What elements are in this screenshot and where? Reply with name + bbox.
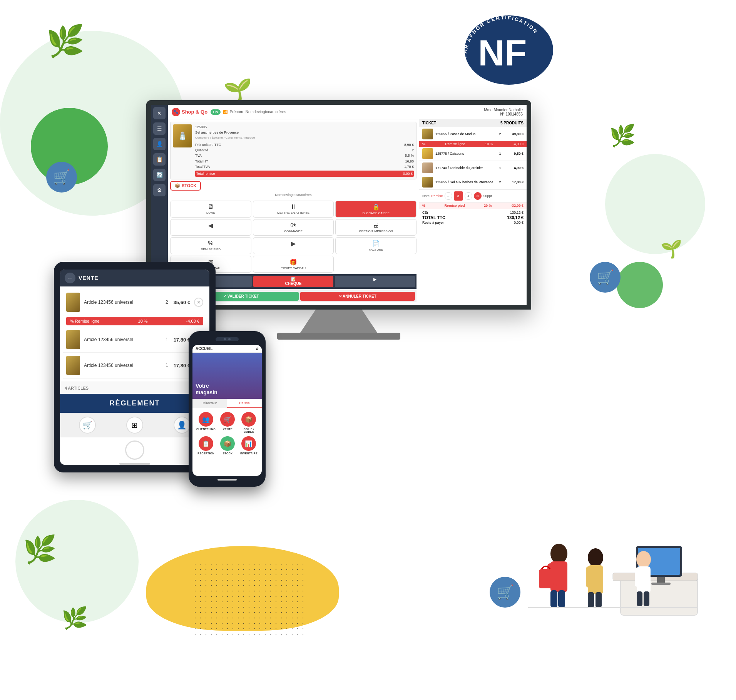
tablet-reglement-button[interactable]: RÈGLEMENT	[60, 394, 209, 413]
pos-product-id: 125995	[195, 124, 414, 130]
basket-icon-1: 🛒	[46, 162, 77, 193]
action-nav-right[interactable]: ▶	[253, 237, 334, 254]
impression-icon: 🖨	[373, 222, 379, 229]
action-dlvis[interactable]: 🖥 DLVIS	[170, 201, 251, 218]
tablet-nav: 🛒 ⊞ 👤	[60, 413, 209, 437]
tablet-item-qty-2: 1	[166, 337, 168, 342]
pos-total-tva-label: Total TVA	[195, 164, 210, 169]
tablet-item-remove-1[interactable]: ✕	[194, 298, 203, 307]
tablet-remise-amount: -4,00 €	[186, 319, 199, 323]
reception-label: RÉCEPTION	[197, 452, 214, 455]
action-commande[interactable]: 🛍 COMMANDE	[253, 219, 334, 236]
item-image-3	[422, 162, 433, 173]
annuler-ticket-button[interactable]: ✕ ANNULER TICKET	[300, 292, 415, 301]
pos-user-name: Nomdevingtocaractères	[246, 110, 286, 114]
inventaire-label: INVENTAIRE	[240, 452, 258, 455]
tablet-nav-cart[interactable]: 🛒	[79, 417, 96, 434]
tablet-articles-count: 4 ARTICLES	[65, 386, 89, 390]
svg-rect-7	[657, 577, 665, 583]
tablet-back-button[interactable]: ←	[65, 273, 75, 283]
qty-increase-button[interactable]: +	[465, 192, 472, 200]
item-image-1	[422, 129, 433, 139]
item-qty-3: 1	[496, 166, 504, 170]
ticket-title: TICKET	[422, 121, 436, 125]
item-image-4	[422, 177, 433, 188]
tablet-nav-user[interactable]: 👤	[174, 417, 191, 434]
action-gestion-impression[interactable]: 🖨 GESTION IMPRESSION	[335, 219, 417, 236]
action-remise-pied[interactable]: % REMISE PIED	[170, 237, 251, 254]
app-icon-clienteling[interactable]: 👥 CLIENTELING	[196, 412, 216, 433]
smartphone-store-text: Votremagasin	[192, 380, 221, 399]
smartphone-settings-icon[interactable]: ⚙	[256, 347, 259, 351]
action-mettre-en-attente[interactable]: ⏸ METTRE EN ATTENTE	[253, 201, 334, 218]
pos-status-toggle[interactable]: ON	[211, 109, 221, 115]
dlvis-icon: 🖥	[207, 203, 214, 210]
blocage-icon: 🔒	[372, 203, 380, 211]
smartphone-tab-caisse[interactable]: Caisse	[227, 399, 262, 408]
pos-client-name: Mme Mounier Nathalie	[484, 108, 523, 112]
pos-remise-pied: % Remise pied 20 % -32,09 €	[419, 202, 527, 209]
tablet-nav-grid[interactable]: ⊞	[126, 417, 143, 434]
sidebar-icon-1[interactable]: ☰	[153, 122, 166, 135]
tablet-items: Article 123456 universel 2 35,60 € ✕ % R…	[60, 286, 209, 382]
app-icon-stock[interactable]: 📦 STOCK	[219, 436, 237, 455]
remise-btn-label[interactable]: Remise	[431, 194, 443, 198]
svg-text:NF: NF	[478, 32, 527, 73]
camera-lens	[228, 338, 231, 340]
stock-button[interactable]: 📦 STOCK	[170, 181, 201, 191]
pos-product-pricing: Prix unitaire TTC 8,90 €	[195, 142, 414, 147]
plant-right-top: 🌿	[609, 123, 636, 148]
remise-pct: 10 %	[485, 142, 493, 146]
pos-price-label: Prix unitaire TTC	[195, 142, 221, 147]
sidebar-close-icon[interactable]: ✕	[153, 107, 166, 119]
tablet-item-3: Article 123456 universel 1 17,80 € ✕	[63, 353, 206, 378]
sidebar-icon-2[interactable]: 👤	[153, 138, 166, 150]
action-nav-left[interactable]: ◀	[170, 219, 251, 236]
reste-payer-value: 0,00 €	[514, 221, 524, 224]
app-icon-vente[interactable]: 🛒 VENTE	[219, 412, 237, 433]
remise-pied-label: Remise pied	[444, 204, 465, 208]
stock-icon: 📦	[220, 436, 235, 451]
tablet-header: ← VENTE	[60, 270, 209, 286]
colis-icon: 📦	[241, 412, 256, 427]
pos-main: 🐾 Shop & Qo ON 📶 Prénom Nomdevingtocarac…	[168, 105, 527, 305]
action-ticket-cadeau[interactable]: 🎁 TICKET CADEAU	[253, 256, 334, 273]
bg-blob-right	[605, 154, 705, 254]
action-facture[interactable]: 📄 FACTURE	[335, 237, 417, 254]
remise-amount: -4,00 €	[513, 142, 524, 146]
sidebar-icon-3[interactable]: 📋	[153, 153, 166, 166]
sidebar-icon-5[interactable]: ⚙	[153, 184, 166, 196]
svg-rect-21	[595, 592, 602, 608]
smartphone-frame: ACCUEIL ⚙ Votremagasin Directeur Caisse …	[189, 331, 266, 487]
ticket-item-4: 125655 / Sel aux herbes de Provence 2 17…	[419, 175, 527, 189]
plant-top-left: 🌿	[46, 23, 85, 59]
remise-pied-amount: -32,09 €	[511, 204, 524, 208]
app-icon-colis[interactable]: 📦 COLIS /CODES	[240, 412, 258, 433]
item-price-1: 39,80 €	[506, 132, 524, 136]
smartphone-tab-directeur[interactable]: Directeur	[192, 399, 227, 408]
payment-nav-right[interactable]: ▶	[335, 276, 415, 287]
item-name-4: 125655 / Sel aux herbes de Provence	[435, 180, 494, 184]
tablet-item-img-1	[66, 293, 80, 312]
tablet-item-img-3	[66, 356, 80, 375]
app-icon-inventaire[interactable]: 📊 INVENTAIRE	[240, 436, 258, 455]
nf-certification-badge: PAR AFNOR CERTIFICATION NF	[451, 12, 551, 89]
app-icon-reception[interactable]: 📋 RÉCEPTION	[196, 436, 216, 455]
pos-total-ht-row: Total HT 16,90	[195, 159, 414, 164]
tablet-home-button[interactable]	[125, 440, 144, 460]
svg-rect-27	[644, 591, 649, 606]
pos-header: 🐾 Shop & Qo ON 📶 Prénom Nomdevingtocarac…	[168, 105, 527, 119]
pos-tva-row: TVA 5.5 %	[195, 153, 414, 158]
smartphone-app-grid: 👥 CLIENTELING 🛒 VENTE 📦 COLIS /CODES 📋 R…	[192, 408, 262, 459]
tablet-item-2: Article 123456 universel 1 17,80 € ✕	[63, 327, 206, 353]
qty-delete-button[interactable]: ✕	[474, 192, 482, 200]
action-blocage-caisse[interactable]: 🔒 BLOCAGE CAISSE	[335, 201, 417, 218]
pos-ticket-panel: TICKET 5 PRODUITS 125655 / Pastis de Mar…	[419, 119, 527, 305]
pos-tva-label: TVA	[195, 153, 202, 158]
sidebar-icon-4[interactable]: 🔄	[153, 169, 166, 181]
qty-decrease-button[interactable]: −	[445, 192, 452, 200]
svg-rect-14	[558, 590, 565, 608]
reste-payer-row: Reste à payer 0,00 €	[422, 220, 524, 225]
cheque-payment-button[interactable]: 📝 CHEQUE	[253, 276, 333, 287]
tablet-item-qty-1: 2	[166, 300, 168, 305]
